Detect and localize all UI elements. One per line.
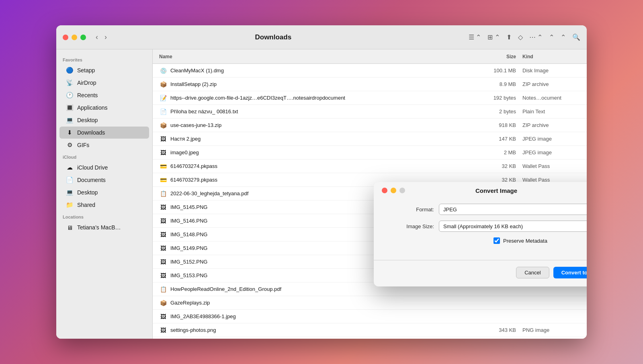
tag-icon[interactable]: ◇ xyxy=(518,33,523,41)
convert-to-jpeg-button[interactable]: Convert to JPEG xyxy=(553,267,587,278)
sidebar-section-locations: Locations xyxy=(56,211,152,221)
convert-image-dialog: Convert Image Format: JPEGPNGHEIFTIFF Im… xyxy=(374,182,587,286)
header-size: Size xyxy=(468,54,516,59)
file-icon: 💿 xyxy=(159,67,167,75)
window-title: Downloads xyxy=(110,33,436,41)
search-icon[interactable]: 🔍 xyxy=(572,33,580,41)
more-icon[interactable]: ⋯ ⌃ xyxy=(529,33,543,41)
sidebar-item-label: Desktop xyxy=(77,189,98,196)
file-name: settings-photos.png xyxy=(170,327,468,333)
file-size: 2 bytes xyxy=(468,108,516,115)
setapp-icon: 🔵 xyxy=(66,67,73,74)
file-name: https--drive.google.com-file-d-1azjz…e6C… xyxy=(170,95,468,101)
sidebar-item-label: Downloads xyxy=(77,129,105,136)
close-button[interactable] xyxy=(63,35,68,40)
file-size: 100.1 MB xyxy=(468,67,516,74)
sidebar-item-label: AirDrop xyxy=(77,80,96,86)
header-kind: Kind xyxy=(516,54,580,59)
applications-icon: 🔳 xyxy=(66,104,73,111)
sidebar-item-desktop-icloud[interactable]: 💻 Desktop xyxy=(59,186,149,198)
sidebar-item-downloads[interactable]: ⬇ Downloads xyxy=(59,127,149,139)
format-select-wrapper: JPEGPNGHEIFTIFF xyxy=(439,204,587,215)
dialog-maximize-button[interactable] xyxy=(399,188,405,193)
file-kind: ZIP archive xyxy=(516,81,580,87)
maximize-button[interactable] xyxy=(80,35,86,40)
file-icon: 📝 xyxy=(159,94,167,102)
sidebar-item-setapp[interactable]: 🔵 Setapp xyxy=(59,64,149,76)
sort-icon[interactable]: ⌃ xyxy=(549,33,554,41)
sidebar-item-gifs[interactable]: ⚙ GIFs xyxy=(59,139,149,151)
file-name: Настя 2.jpeg xyxy=(170,136,468,142)
file-list-header: Name Size Kind xyxy=(153,49,587,64)
airdrop-icon: 📡 xyxy=(66,79,73,86)
dialog-divider xyxy=(374,260,587,260)
file-kind: Wallet Pass xyxy=(516,163,580,169)
title-bar: ‹ › Downloads ☰ ⌃ ⊞ ⌃ ⬆ ◇ ⋯ ⌃ ⌃ ⌃ 🔍 xyxy=(56,25,587,49)
arrange-icon[interactable]: ⌃ xyxy=(561,33,566,41)
file-size: 192 bytes xyxy=(468,95,516,101)
table-row[interactable]: 💿 CleanMyMacX (1).dmg 100.1 MB Disk Imag… xyxy=(153,64,587,78)
file-icon: 🖼 xyxy=(159,313,167,321)
table-row[interactable]: 🖼 settings-photos.png 343 KB PNG image xyxy=(153,323,587,337)
file-kind: JPEG image xyxy=(516,136,580,142)
desktop-icloud-icon: 💻 xyxy=(66,189,73,196)
file-name: InstallSetapp (2).zip xyxy=(170,81,468,87)
file-icon: 🖼 xyxy=(159,135,167,143)
file-icon: 📋 xyxy=(159,285,167,293)
share-icon[interactable]: ⬆ xyxy=(506,33,512,41)
table-row[interactable]: 📦 GazeReplays.zip xyxy=(153,296,587,310)
sidebar-item-airdrop[interactable]: 📡 AirDrop xyxy=(59,77,149,89)
table-row[interactable]: 🖼 IMG_2AB3E4988366-1.jpeg xyxy=(153,310,587,323)
icloud-drive-icon: ☁ xyxy=(66,164,73,171)
file-size: 343 KB xyxy=(468,327,516,333)
file-size: 2 MB xyxy=(468,149,516,155)
file-kind: JPEG image xyxy=(516,149,580,155)
sidebar-item-shared[interactable]: 📁 Shared xyxy=(59,199,149,211)
back-button[interactable]: ‹ xyxy=(92,31,101,43)
sidebar-item-documents[interactable]: 📄 Documents xyxy=(59,174,149,186)
list-view-icon[interactable]: ☰ ⌃ xyxy=(469,33,481,41)
table-row[interactable]: 📦 InstallSetapp (2).zip 8.9 MB ZIP archi… xyxy=(153,78,587,91)
sidebar-item-recents[interactable]: 🕐 Recents xyxy=(59,89,149,101)
table-row[interactable]: 📄 Příloha bez názvu_ 00816.txt 2 bytes P… xyxy=(153,105,587,119)
table-row[interactable]: 📝 https--drive.google.com-file-d-1azjz…e… xyxy=(153,91,587,105)
file-name: Příloha bez názvu_ 00816.txt xyxy=(170,108,468,115)
file-size: 918 KB xyxy=(468,122,516,128)
preserve-metadata-row: Preserve Metadata xyxy=(438,237,587,244)
file-icon: 🖼 xyxy=(159,217,167,225)
table-row[interactable]: 💳 6146703274.pkpass 32 KB Wallet Pass xyxy=(153,160,587,173)
file-name: CleanMyMacX (1).dmg xyxy=(170,67,468,74)
cancel-button[interactable]: Cancel xyxy=(516,267,549,278)
file-kind: Notes…ocument xyxy=(516,95,580,101)
dialog-title-bar: Convert Image xyxy=(374,182,587,197)
header-name: Name xyxy=(159,54,468,59)
minimize-button[interactable] xyxy=(72,35,77,40)
table-row[interactable]: 🖼 image0.jpeg 2 MB JPEG image xyxy=(153,146,587,160)
sidebar-item-icloud-drive[interactable]: ☁ iCloud Drive xyxy=(59,162,149,174)
dialog-minimize-button[interactable] xyxy=(391,188,396,193)
table-row[interactable]: 🖼 Настя 2.jpeg 147 KB JPEG image xyxy=(153,132,587,146)
preserve-metadata-checkbox[interactable] xyxy=(494,237,500,244)
sidebar-item-label: iCloud Drive xyxy=(77,164,108,171)
file-icon: 📦 xyxy=(159,80,167,88)
sidebar-item-label: Desktop xyxy=(77,117,98,123)
shared-icon: 📁 xyxy=(66,201,73,209)
forward-button[interactable]: › xyxy=(101,31,110,43)
file-name: 6146703274.pkpass xyxy=(170,163,468,169)
format-select[interactable]: JPEGPNGHEIFTIFF xyxy=(439,204,587,215)
file-icon: 💳 xyxy=(159,176,167,184)
file-kind: ZIP archive xyxy=(516,122,580,128)
sidebar-item-label: GIFs xyxy=(77,142,89,148)
gifs-icon: ⚙ xyxy=(66,141,73,149)
table-row[interactable]: 📦 use-cases-june-13.zip 918 KB ZIP archi… xyxy=(153,119,587,132)
finder-window: ‹ › Downloads ☰ ⌃ ⊞ ⌃ ⬆ ◇ ⋯ ⌃ ⌃ ⌃ 🔍 Favo… xyxy=(56,25,587,339)
dialog-close-button[interactable] xyxy=(382,188,387,193)
sidebar-item-desktop[interactable]: 💻 Desktop xyxy=(59,114,149,126)
traffic-lights xyxy=(63,35,86,40)
grid-view-icon[interactable]: ⊞ ⌃ xyxy=(487,33,500,41)
sidebar-item-label: Applications xyxy=(77,104,108,111)
size-select[interactable]: Small (Approximately 16 KB each)Medium (… xyxy=(439,221,587,232)
sidebar-item-applications[interactable]: 🔳 Applications xyxy=(59,102,149,114)
sidebar-item-macbook[interactable]: 🖥 Tetiana's MacB… xyxy=(59,221,149,233)
file-icon: 📦 xyxy=(159,121,167,129)
